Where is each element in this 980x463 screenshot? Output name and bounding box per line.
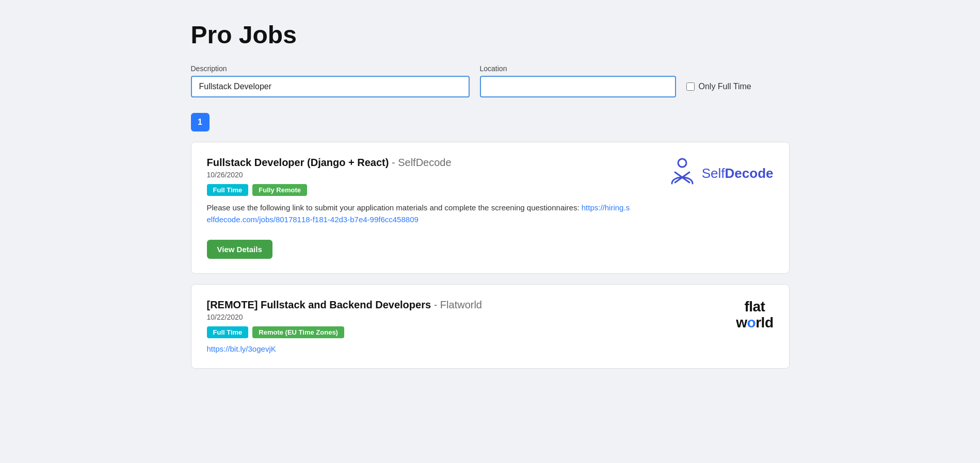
page-title: Pro Jobs [191, 21, 790, 49]
badge-fulltime: Full Time [207, 326, 249, 338]
selfdecode-logo: SelfDecode [668, 157, 774, 190]
search-row: Description Location Only Full Time [191, 64, 790, 97]
selfdecode-text: SelfDecode [702, 166, 774, 181]
job-date: 10/22/2020 [207, 313, 721, 321]
job-date: 10/26/2020 [207, 171, 652, 179]
description-field-group: Description [191, 64, 470, 97]
job-link[interactable]: https://hiring.selfdecode.com/jobs/80178… [207, 203, 630, 224]
job-title-text: [REMOTE] Fullstack and Backend Developer… [207, 299, 431, 310]
badge-fulltime: Full Time [207, 184, 249, 196]
job-description: Please use the following link to submit … [207, 202, 630, 225]
location-field-group: Location [480, 64, 676, 97]
job-left: [REMOTE] Fullstack and Backend Developer… [207, 299, 721, 354]
flatworld-flat-text: flat [744, 299, 765, 315]
job-title: [REMOTE] Fullstack and Backend Developer… [207, 299, 721, 311]
job-title-text: Fullstack Developer (Django + React) [207, 157, 389, 168]
job-link[interactable]: https://bit.ly/3ogevjK [207, 344, 276, 353]
job-right-logo: flat world [720, 299, 773, 331]
only-full-time-text: Only Full Time [699, 82, 751, 91]
badge-row: Full Time Remote (EU Time Zones) [207, 326, 721, 338]
description-label: Description [191, 64, 470, 73]
selfdecode-icon [668, 157, 697, 190]
description-input[interactable] [191, 76, 470, 97]
page-number-badge[interactable]: 1 [191, 113, 210, 131]
badge-eu-remote: Remote (EU Time Zones) [252, 326, 344, 338]
svg-point-0 [678, 159, 686, 167]
badge-row: Full Time Fully Remote [207, 184, 652, 196]
job-company: - SelfDecode [392, 157, 452, 168]
job-card: Fullstack Developer (Django + React) - S… [191, 142, 790, 274]
flatworld-logo: flat world [736, 299, 773, 331]
flatworld-world-text: world [736, 315, 773, 331]
job-card: [REMOTE] Fullstack and Backend Developer… [191, 284, 790, 369]
page-container: Pro Jobs Description Location Only Full … [129, 0, 852, 400]
job-right-logo: SelfDecode [652, 157, 774, 190]
only-full-time-checkbox[interactable] [686, 82, 695, 91]
badge-fully-remote: Fully Remote [252, 184, 307, 196]
job-left: Fullstack Developer (Django + React) - S… [207, 157, 652, 259]
job-company: - Flatworld [434, 299, 482, 310]
location-label: Location [480, 64, 676, 73]
job-title: Fullstack Developer (Django + React) - S… [207, 157, 652, 169]
only-full-time-label[interactable]: Only Full Time [686, 82, 751, 97]
location-input[interactable] [480, 76, 676, 97]
view-details-button[interactable]: View Details [207, 240, 272, 259]
